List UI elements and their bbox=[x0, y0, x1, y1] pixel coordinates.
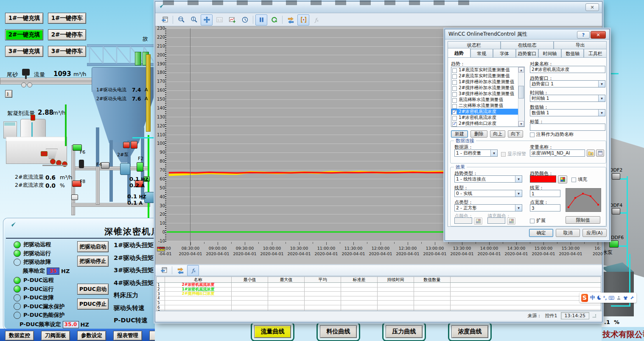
rake-start-button[interactable]: 把驱动启动 bbox=[77, 241, 109, 252]
column-header[interactable]: 标准差 bbox=[341, 277, 378, 282]
table-row[interactable]: 6 bbox=[157, 305, 601, 310]
scroll-up-icon[interactable]: ▲ bbox=[518, 67, 524, 73]
extend-checkbox[interactable] bbox=[530, 219, 535, 223]
list-scrollbar[interactable]: ▲ ▼ bbox=[518, 67, 524, 127]
trend-color-swatch[interactable] bbox=[530, 175, 556, 183]
comment-checkbox-row[interactable]: 注释作为趋势名称 bbox=[530, 131, 574, 138]
quick-button[interactable]: 2#一键充填 bbox=[5, 29, 43, 40]
cursor-line[interactable] bbox=[190, 28, 190, 246]
chevron-down-icon[interactable]: ▼ bbox=[598, 95, 605, 101]
table-row[interactable]: 1 2#浓密机底流浓度 bbox=[157, 283, 601, 287]
quick-button[interactable]: 1#一键停车 bbox=[48, 13, 86, 24]
trend-checkbox[interactable] bbox=[452, 80, 457, 85]
moon-icon[interactable] bbox=[597, 296, 601, 300]
dialog-tab[interactable]: 工具栏 bbox=[584, 49, 607, 58]
fill-checkbox[interactable] bbox=[571, 178, 576, 182]
help-button[interactable]: ? bbox=[577, 31, 590, 39]
object-name-input[interactable]: 2#浓密机底流浓度 bbox=[530, 66, 605, 73]
time-range-icon[interactable] bbox=[239, 14, 251, 25]
column-header[interactable]: 最大值 bbox=[268, 277, 305, 282]
dialog-tab[interactable]: 趋势窗口 bbox=[516, 49, 539, 58]
skin-shirt-icon[interactable] bbox=[623, 295, 628, 301]
curve-button[interactable]: 料位曲线 bbox=[316, 322, 360, 341]
trend-checkbox[interactable] bbox=[452, 98, 457, 103]
column-header[interactable]: 名称 bbox=[165, 277, 232, 282]
dialog-tab[interactable]: 时间轴 bbox=[538, 49, 561, 58]
dialog-tab[interactable]: 字体 bbox=[493, 49, 516, 58]
table-row[interactable]: 2 1#浓密机底流浓度 bbox=[157, 287, 601, 292]
trend-checkbox[interactable] bbox=[452, 74, 457, 79]
trend-checkbox[interactable] bbox=[452, 122, 457, 127]
pduc-start-button[interactable]: PDUC启动 bbox=[77, 284, 109, 295]
dialog-tab[interactable]: 导出 bbox=[554, 41, 607, 49]
dialog-close-button[interactable]: ✕ bbox=[591, 31, 606, 39]
trend-list-item[interactable]: 二次稀释水流量测量值 bbox=[451, 103, 518, 109]
dialog-button[interactable]: 确定 bbox=[529, 229, 553, 237]
nav-button[interactable]: 报表管理 bbox=[113, 331, 142, 341]
valve-ddf4-icon[interactable] bbox=[612, 208, 620, 214]
valve-ddf2-icon[interactable] bbox=[612, 173, 620, 180]
pump-2-icon[interactable] bbox=[120, 163, 130, 175]
column-header[interactable]: 平均 bbox=[305, 277, 341, 282]
scroll-thumb[interactable] bbox=[518, 86, 524, 99]
properties-icon[interactable] bbox=[158, 265, 170, 276]
trend-list-item[interactable]: 2#搅拌桶出口浓度 bbox=[451, 121, 518, 127]
dialog-button[interactable]: 取消 bbox=[556, 229, 580, 237]
point-width-input[interactable]: 3 bbox=[530, 204, 560, 211]
select-trends-icon[interactable] bbox=[174, 265, 186, 276]
column-header[interactable]: 持续时间 bbox=[378, 277, 414, 282]
chevron-down-icon[interactable]: ▼ bbox=[515, 190, 522, 197]
ime-toolbar[interactable]: S 中 °, bbox=[580, 293, 636, 303]
data-source-select[interactable]: 1 - 归档变量▼ bbox=[454, 149, 498, 157]
properties-icon[interactable] bbox=[159, 14, 171, 25]
dialog-tab[interactable]: 在线组态 bbox=[501, 41, 554, 49]
line-type-select[interactable]: 0 - 实线▼ bbox=[454, 190, 522, 197]
resize-grip[interactable] bbox=[593, 314, 596, 318]
zoom-area-icon[interactable] bbox=[226, 14, 238, 25]
trend-list-item[interactable]: 3#搅拌槽补加水流量测量值 bbox=[451, 91, 518, 97]
chevron-down-icon[interactable]: ▼ bbox=[515, 176, 522, 182]
ime-language-icon[interactable]: 中 bbox=[590, 294, 595, 302]
window-close-button[interactable]: ✕ bbox=[585, 3, 599, 11]
trend-checkbox[interactable] bbox=[452, 116, 457, 121]
tag-name-input[interactable]: 浓度\WMJ1_ND_AI bbox=[530, 149, 585, 157]
trend-list-item[interactable]: 1#浓密机底流浓度 bbox=[451, 115, 518, 121]
quick-button[interactable]: 1#一键充填 bbox=[5, 13, 43, 24]
column-header[interactable]: 数值数量 bbox=[414, 277, 451, 282]
side-toggle-button[interactable]: 〗 bbox=[5, 90, 12, 98]
zoom-vertical-icon[interactable] bbox=[188, 14, 200, 25]
ime-logo-icon[interactable]: S bbox=[581, 294, 588, 302]
trend-list-item[interactable]: 1#底流泵实时流量测量值 bbox=[451, 67, 518, 73]
nav-button[interactable]: 参数设定 bbox=[77, 331, 106, 341]
nav-button[interactable]: 刀阀面板 bbox=[41, 331, 70, 341]
statistics-icon[interactable]: ƒx bbox=[187, 265, 199, 276]
limits-button[interactable]: 限制值 bbox=[566, 216, 600, 224]
trend-window-titlebar[interactable]: ✕ bbox=[155, 2, 602, 13]
chevron-down-icon[interactable]: ▼ bbox=[598, 110, 605, 116]
curve-button[interactable]: 浓度曲线 bbox=[448, 322, 492, 341]
column-header[interactable]: 最小值 bbox=[232, 277, 268, 282]
trend-list-item[interactable]: 2#浓密机底流浓度 bbox=[451, 109, 518, 115]
line-width-input[interactable]: 1 bbox=[530, 190, 560, 197]
curve-button[interactable]: 流量曲线 bbox=[251, 322, 294, 341]
quick-button[interactable]: 3#一键停车 bbox=[48, 46, 86, 57]
time-axis-select[interactable]: 时间轴 1▼ bbox=[530, 95, 605, 102]
comment-checkbox[interactable] bbox=[530, 132, 535, 137]
tag-input[interactable] bbox=[530, 124, 605, 131]
trend-list-item[interactable]: 2#搅拌槽补加水流量测量值 bbox=[451, 85, 518, 91]
list-button[interactable]: 向下 bbox=[508, 130, 523, 138]
list-button[interactable]: 新建 bbox=[451, 130, 468, 138]
statistics-icon[interactable]: ƒx bbox=[310, 14, 322, 25]
dialog-tab[interactable]: 常规 bbox=[470, 49, 493, 58]
valve-f4-icon[interactable] bbox=[101, 162, 109, 169]
quick-button[interactable]: 3#一键充填 bbox=[5, 46, 43, 57]
pan-icon[interactable] bbox=[201, 14, 213, 25]
one-to-one-icon[interactable]: 1:1 bbox=[213, 14, 225, 25]
scroll-down-icon[interactable]: ▼ bbox=[518, 121, 524, 127]
extend-checkbox-row[interactable]: 扩展 bbox=[530, 217, 546, 224]
refresh-icon[interactable] bbox=[268, 14, 280, 25]
pduc-freq-input[interactable]: 35.0 bbox=[63, 321, 79, 328]
trend-checkbox[interactable] bbox=[452, 68, 457, 73]
dialog-tab[interactable]: 趋势 bbox=[448, 48, 470, 58]
keyboard-icon[interactable] bbox=[609, 296, 614, 300]
